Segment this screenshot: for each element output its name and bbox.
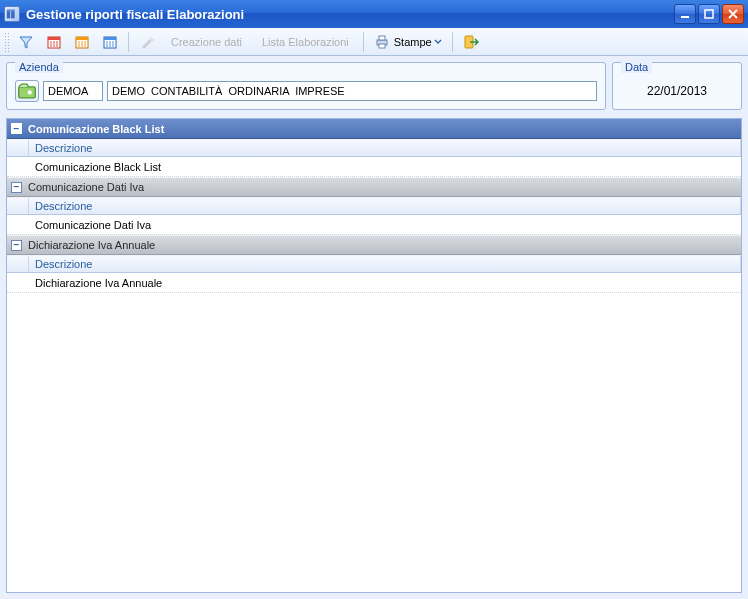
svg-point-20 — [152, 39, 154, 41]
column-header-row: Descrizione — [7, 139, 741, 157]
table-row[interactable]: Comunicazione Black List — [7, 157, 741, 177]
azienda-desc-input[interactable] — [107, 81, 597, 101]
data-value: 22/01/2013 — [647, 84, 707, 98]
svg-rect-2 — [681, 16, 689, 18]
azienda-group-label: Azienda — [15, 61, 63, 73]
collapse-icon[interactable]: − — [11, 240, 22, 251]
toolbar-separator — [452, 32, 453, 52]
group-header[interactable]: − Dichiarazione Iva Annuale — [7, 235, 741, 255]
minimize-button[interactable] — [674, 4, 696, 24]
col-descrizione[interactable]: Descrizione — [29, 140, 741, 156]
azienda-lookup-button[interactable] — [15, 80, 39, 102]
column-header-row: Descrizione — [7, 197, 741, 215]
folder-person-icon — [16, 80, 38, 102]
toolbar-grip-icon — [4, 32, 9, 52]
calendar-orange-button[interactable] — [69, 31, 95, 53]
data-group: Data 22/01/2013 — [612, 62, 742, 110]
cell-descrizione: Dichiarazione Iva Annuale — [29, 275, 741, 291]
stampe-button[interactable]: Stampe — [369, 31, 447, 53]
group-title: Comunicazione Black List — [28, 123, 164, 135]
col-descrizione[interactable]: Descrizione — [29, 198, 741, 214]
toolbar-separator — [363, 32, 364, 52]
svg-rect-5 — [48, 37, 60, 40]
collapse-icon[interactable]: − — [11, 123, 22, 134]
titlebar: Gestione riporti fiscali Elaborazioni — [0, 0, 748, 28]
svg-rect-3 — [705, 10, 713, 18]
elaborazioni-tree[interactable]: − Comunicazione Black List Descrizione C… — [6, 118, 742, 593]
data-group-label: Data — [621, 61, 652, 73]
stampe-label: Stampe — [394, 36, 432, 48]
col-descrizione[interactable]: Descrizione — [29, 256, 741, 272]
window-title: Gestione riporti fiscali Elaborazioni — [26, 7, 244, 22]
maximize-button[interactable] — [698, 4, 720, 24]
svg-point-19 — [150, 37, 152, 39]
table-row[interactable]: Comunicazione Dati Iva — [7, 215, 741, 235]
lista-elaborazioni-label: Lista Elaborazioni — [262, 36, 349, 48]
table-row[interactable]: Dichiarazione Iva Annuale — [7, 273, 741, 293]
svg-rect-10 — [76, 37, 88, 40]
creazione-dati-label: Creazione dati — [171, 36, 242, 48]
group-header[interactable]: − Comunicazione Black List — [7, 119, 741, 139]
svg-rect-25 — [19, 87, 36, 98]
azienda-code-input[interactable] — [43, 81, 103, 101]
chevron-down-icon — [434, 34, 442, 50]
toolbar: Creazione dati Lista Elaborazioni Stampe — [0, 28, 748, 56]
collapse-icon[interactable]: − — [11, 182, 22, 193]
cell-descrizione: Comunicazione Dati Iva — [29, 217, 741, 233]
exit-button[interactable] — [458, 31, 484, 53]
wand-icon-button — [134, 31, 160, 53]
calendar-red-button[interactable] — [41, 31, 67, 53]
column-header-row: Descrizione — [7, 255, 741, 273]
exit-icon — [463, 34, 479, 50]
azienda-group: Azienda — [6, 62, 606, 110]
cell-descrizione: Comunicazione Black List — [29, 159, 741, 175]
filter-button[interactable] — [13, 31, 39, 53]
lista-elaborazioni-button: Lista Elaborazioni — [253, 31, 358, 53]
calendar-blue-button[interactable] — [97, 31, 123, 53]
close-button[interactable] — [722, 4, 744, 24]
svg-rect-15 — [104, 37, 116, 40]
group-title: Dichiarazione Iva Annuale — [28, 239, 155, 251]
client-area: Azienda Data 22/01/2013 − Comunicazione … — [0, 56, 748, 599]
group-title: Comunicazione Dati Iva — [28, 181, 144, 193]
app-icon — [4, 6, 20, 22]
svg-point-26 — [28, 90, 32, 94]
svg-rect-23 — [379, 44, 385, 48]
toolbar-separator — [128, 32, 129, 52]
group-header[interactable]: − Comunicazione Dati Iva — [7, 177, 741, 197]
printer-icon — [374, 34, 390, 50]
creazione-dati-button: Creazione dati — [162, 31, 251, 53]
svg-rect-22 — [379, 36, 385, 40]
